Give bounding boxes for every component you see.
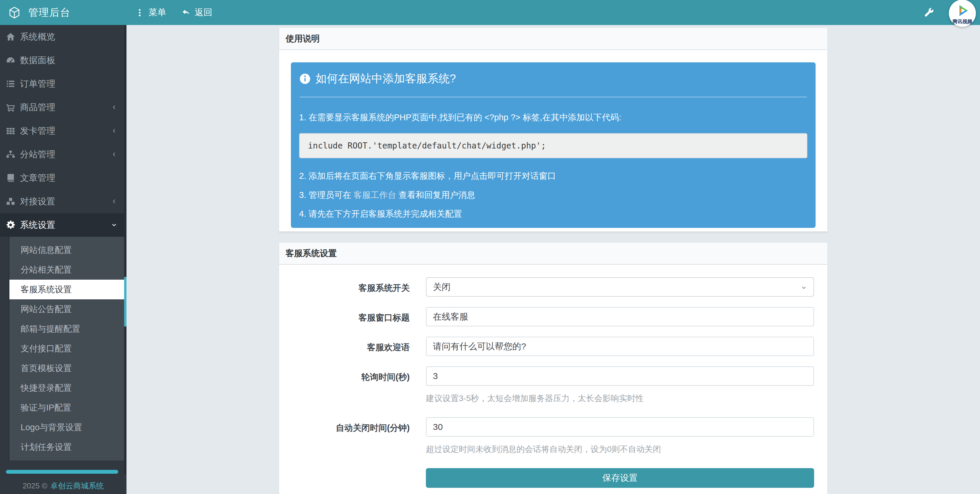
chevron-left-icon [111,104,118,111]
back-button[interactable]: 返回 [174,0,220,25]
sidebar-menu: 系统概览 数据面板 订单管理 商品管理 [0,25,124,461]
usage-card: 使用说明 如何在网站中添加客服系统? 1. 在需要显示客服系统的PHP页面中,找… [279,28,827,232]
tencent-video-badge[interactable]: 腾讯视频 [949,0,976,27]
tencent-video-label: 腾讯视频 [952,18,972,25]
polling-help-text: 建议设置3-5秒，太短会增加服务器压力，太长会影响实时性 [426,393,814,404]
topbar: 菜单 返回 腾讯视频 [126,0,980,25]
usage-card-body: 如何在网站中添加客服系统? 1. 在需要显示客服系统的PHP页面中,找到已有的 … [279,50,827,232]
submenu-item-cron-tasks[interactable]: 计划任务设置 [10,437,124,457]
submenu-item-quick-login[interactable]: 快捷登录配置 [10,378,124,398]
home-icon [4,32,17,42]
submenu-item-logo-background[interactable]: Logo与背景设置 [10,418,124,437]
window-title-input[interactable] [426,307,814,326]
book-icon [4,173,17,183]
settings-card: 客服系统设置 客服系统开关 关闭 客服窗口标题 [279,243,827,494]
form-row-autoclose: 自动关闭时间(分钟) 超过设定时间未收到消息的会话将自动关闭，设为0则不自动关闭 [292,417,814,455]
sitemap-icon [4,149,17,159]
sidebar-vertical-scrollbar[interactable] [124,25,126,474]
autoclose-label: 自动关闭时间(分钟) [292,417,410,455]
sidebar-item-cards[interactable]: 发卡管理 [0,119,124,143]
info-callout: 如何在网站中添加客服系统? 1. 在需要显示客服系统的PHP页面中,找到已有的 … [291,62,816,228]
sidebar-item-orders[interactable]: 订单管理 [0,72,124,95]
php-code-snippet: include ROOT.'template/default/chat/widg… [299,133,807,158]
callout-step-3: 3. 管理员可在 客服工作台 查看和回复用户消息 [299,190,807,200]
system-settings-submenu: 网站信息配置 分站相关配置 客服系统设置 网站公告配置 邮箱与提醒配置 支付接口… [9,237,124,461]
submenu-item-payment-api[interactable]: 支付接口配置 [10,339,124,359]
form-row-window-title: 客服窗口标题 [292,307,814,326]
callout-heading: 如何在网站中添加客服系统? [299,71,807,86]
sidebar-item-substations[interactable]: 分站管理 [0,143,124,166]
form-row-polling: 轮询时间(秒) 建议设置3-5秒，太短会增加服务器压力，太长会影响实时性 [292,366,814,404]
workbench-link[interactable]: 客服工作台 [353,190,396,200]
settings-form: 客服系统开关 关闭 客服窗口标题 [279,265,827,494]
form-row-switch: 客服系统开关 关闭 [292,277,814,297]
reply-arrow-icon [181,8,190,17]
sidebar-item-system-settings[interactable]: 系统设置 [0,213,124,237]
sidebar-item-integration[interactable]: 对接设置 [0,190,124,213]
sidebar-horizontal-scrollbar[interactable] [6,470,118,474]
info-circle-icon [299,73,311,85]
footer-year: 2025 © [23,481,47,491]
dashboard-icon [4,55,17,65]
wrench-icon[interactable] [923,7,935,19]
autoclose-time-input[interactable] [426,417,814,437]
submenu-item-substation-config[interactable]: 分站相关配置 [10,260,124,280]
topbar-right: 腾讯视频 [923,0,980,26]
sidebar-item-articles[interactable]: 文章管理 [0,166,124,190]
welcome-message-input[interactable] [426,337,814,356]
menu-button[interactable]: 菜单 [128,0,174,25]
sidebar-item-products[interactable]: 商品管理 [0,95,124,119]
cubes-icon [4,197,17,206]
admin-app: 管理后台 系统概览 数据面板 订单管理 [0,0,980,494]
chevron-left-icon [111,151,118,158]
submenu-item-captcha-ip[interactable]: 验证与IP配置 [10,398,124,418]
sidebar-item-dashboard[interactable]: 数据面板 [0,49,124,72]
chevron-down-icon [111,221,118,229]
polling-interval-input[interactable] [426,366,814,386]
cube-logo-icon [8,6,21,19]
submenu-item-announcement[interactable]: 网站公告配置 [10,299,124,319]
window-title-label: 客服窗口标题 [292,307,410,326]
callout-step-2: 2. 添加后将在页面右下角显示客服图标，用户点击即可打开对话窗口 [299,170,807,181]
scrollbar-thumb[interactable] [124,277,126,327]
sidebar-item-overview[interactable]: 系统概览 [0,25,124,49]
submenu-item-email-notify[interactable]: 邮箱与提醒配置 [10,319,124,339]
tencent-video-play-icon [955,3,970,18]
form-row-welcome: 客服欢迎语 [292,337,814,356]
submenu-item-customer-service[interactable]: 客服系统设置 [10,280,124,299]
settings-card-title: 客服系统设置 [279,243,827,265]
callout-divider [300,97,807,97]
cart-icon [4,102,17,112]
usage-card-title: 使用说明 [279,28,827,50]
app-title: 管理后台 [28,6,71,19]
sidebar-footer: 2025 © 卓创云商城系统 [0,478,126,494]
grid-icon [4,126,17,136]
main-content: 使用说明 如何在网站中添加客服系统? 1. 在需要显示客服系统的PHP页面中,找… [126,25,980,494]
footer-brand-link[interactable]: 卓创云商城系统 [50,481,104,491]
content-container: 使用说明 如何在网站中添加客服系统? 1. 在需要显示客服系统的PHP页面中,找… [279,28,827,494]
polling-label: 轮询时间(秒) [292,366,410,404]
list-icon [4,79,17,89]
chevron-left-icon [111,127,118,134]
switch-label: 客服系统开关 [292,277,410,297]
submenu-item-home-template[interactable]: 首页模板设置 [10,359,124,378]
select-chevron-down-icon [800,284,808,291]
callout-step-1: 1. 在需要显示客服系统的PHP页面中,找到已有的 <?php ?> 标签,在其… [299,112,807,122]
sidebar: 管理后台 系统概览 数据面板 订单管理 [0,0,126,494]
submenu-item-site-info[interactable]: 网站信息配置 [10,240,124,260]
chevron-left-icon [111,198,118,205]
form-row-save: 保存设置 [292,468,814,488]
callout-step-4: 4. 请先在下方开启客服系统并完成相关配置 [299,208,807,219]
customer-service-switch-select[interactable]: 关闭 [426,277,814,297]
autoclose-help-text: 超过设定时间未收到消息的会话将自动关闭，设为0则不自动关闭 [426,444,814,455]
brand[interactable]: 管理后台 [0,0,126,25]
save-settings-button[interactable]: 保存设置 [426,468,814,488]
welcome-label: 客服欢迎语 [292,337,410,356]
ellipsis-vertical-icon [135,8,144,17]
gear-icon [4,220,17,230]
